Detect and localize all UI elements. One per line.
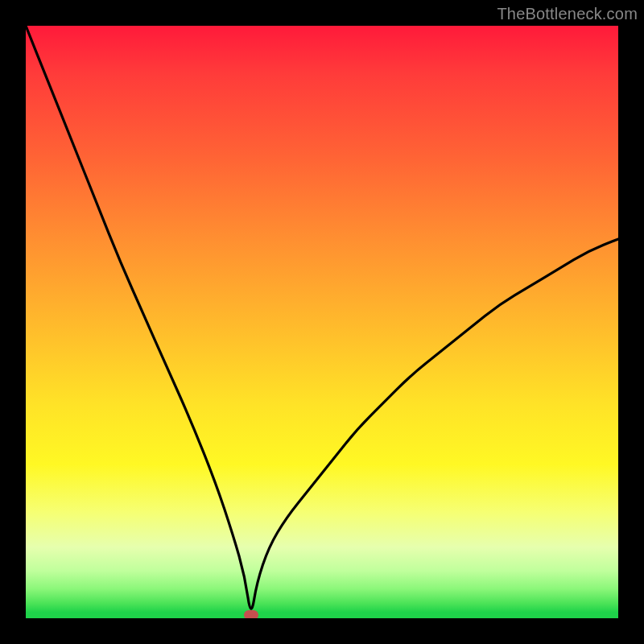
curve-layer xyxy=(26,26,618,618)
minimum-marker xyxy=(244,610,258,618)
curve-svg xyxy=(26,26,618,618)
bottleneck-curve xyxy=(26,26,618,609)
chart-frame: TheBottleneck.com xyxy=(0,0,644,644)
plot-area xyxy=(26,26,618,618)
watermark-text: TheBottleneck.com xyxy=(497,5,638,23)
